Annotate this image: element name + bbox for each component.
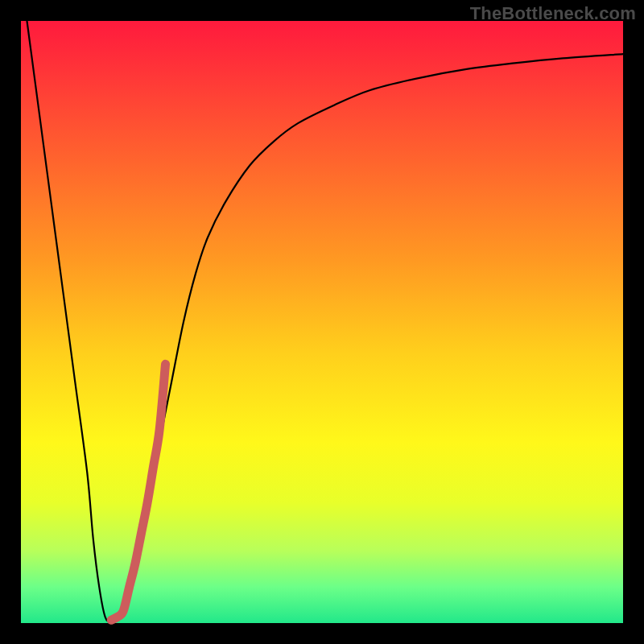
bottleneck-curve <box>27 21 623 621</box>
highlight-segment <box>111 364 165 620</box>
chart-svg <box>0 0 644 644</box>
chart-frame: TheBottleneck.com <box>0 0 644 644</box>
curve-layer <box>27 21 623 621</box>
